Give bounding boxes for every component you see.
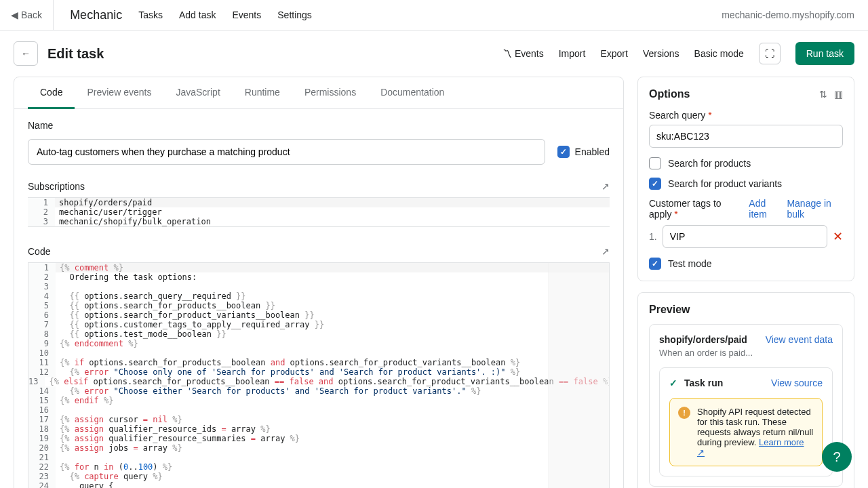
versions-action[interactable]: Versions <box>643 48 679 59</box>
nav-events[interactable]: Events <box>232 9 261 20</box>
subscriptions-editor[interactable]: 1shopify/orders/paid 2mechanic/user/trig… <box>28 197 610 227</box>
search-variants-label: Search for product variants <box>668 178 782 189</box>
nav-settings[interactable]: Settings <box>277 9 312 20</box>
events-action[interactable]: 〽 Events <box>502 48 544 59</box>
task-run-label: Task run <box>684 378 723 388</box>
export-action[interactable]: Export <box>600 48 627 59</box>
options-panel: Options ⇅ ▥ Search query * Search for pr… <box>637 77 854 281</box>
activity-icon: 〽 <box>502 48 512 59</box>
help-fab[interactable]: ? <box>822 442 852 472</box>
options-title: Options <box>649 88 690 100</box>
view-event-data-link[interactable]: View event data <box>766 334 833 345</box>
preview-event-name: shopify/orders/paid <box>659 334 747 345</box>
back-icon: ◀ <box>11 9 18 20</box>
search-products-checkbox[interactable] <box>649 157 661 169</box>
enabled-checkbox[interactable] <box>557 146 570 158</box>
tab-runtime[interactable]: Runtime <box>233 77 292 108</box>
popout-icon[interactable]: ↗ <box>601 181 610 192</box>
subscriptions-label: Subscriptions <box>28 181 85 192</box>
tab-documentation[interactable]: Documentation <box>368 77 456 108</box>
tag-number: 1. <box>649 231 657 242</box>
required-indicator: * <box>674 209 677 220</box>
delete-tag-button[interactable]: ✕ <box>833 229 843 244</box>
test-mode-checkbox[interactable] <box>649 258 661 270</box>
shop-url: mechanic-demo.myshopify.com <box>722 9 854 20</box>
search-query-input[interactable] <box>649 125 843 148</box>
page-title: Edit task <box>47 46 104 62</box>
check-icon: ✓ <box>669 378 677 388</box>
required-indicator: * <box>708 110 711 121</box>
sort-icon[interactable]: ⇅ <box>819 89 827 100</box>
search-query-label: Search query <box>649 110 705 121</box>
run-task-button[interactable]: Run task <box>795 42 854 65</box>
warning-icon: ! <box>678 407 690 419</box>
import-action[interactable]: Import <box>559 48 586 59</box>
tag-input[interactable] <box>663 225 827 248</box>
code-label: Code <box>28 246 50 257</box>
brand-logo: Mechanic <box>70 8 122 22</box>
enabled-label: Enabled <box>575 146 610 157</box>
tab-permissions[interactable]: Permissions <box>292 77 368 108</box>
tags-label: Customer tags to apply <box>649 198 722 220</box>
back-button[interactable]: ◀ Back <box>0 0 54 30</box>
tab-preview-events[interactable]: Preview events <box>75 77 163 108</box>
help-icon: ? <box>833 449 840 465</box>
nav-tasks[interactable]: Tasks <box>138 9 163 20</box>
code-editor[interactable]: 1{% comment %} 2 Ordering the task optio… <box>28 263 609 488</box>
view-source-link[interactable]: View source <box>771 378 823 388</box>
columns-icon[interactable]: ▥ <box>834 89 843 100</box>
name-label: Name <box>28 120 610 131</box>
back-label: Back <box>21 9 42 20</box>
add-item-link[interactable]: Add item <box>749 198 781 220</box>
expand-icon: ⛶ <box>765 48 774 59</box>
search-products-label: Search for products <box>668 158 751 169</box>
back-arrow-button[interactable]: ← <box>14 41 38 66</box>
code-popout-icon[interactable]: ↗ <box>601 246 610 257</box>
preview-title: Preview <box>649 304 843 316</box>
tab-code[interactable]: Code <box>28 77 75 109</box>
tab-javascript[interactable]: JavaScript <box>163 77 232 108</box>
search-variants-checkbox[interactable] <box>649 178 661 190</box>
basic-mode-action[interactable]: Basic mode <box>694 48 744 59</box>
nav-add-task[interactable]: Add task <box>179 9 216 20</box>
minimap[interactable] <box>548 263 609 488</box>
manage-bulk-link[interactable]: Manage in bulk <box>787 198 843 220</box>
test-mode-label: Test mode <box>668 258 712 269</box>
task-name-input[interactable] <box>28 139 545 165</box>
events-label: Events <box>515 48 544 59</box>
fullscreen-button[interactable]: ⛶ <box>759 43 781 64</box>
arrow-left-icon: ← <box>21 48 31 59</box>
preview-event-desc: When an order is paid... <box>659 348 833 358</box>
